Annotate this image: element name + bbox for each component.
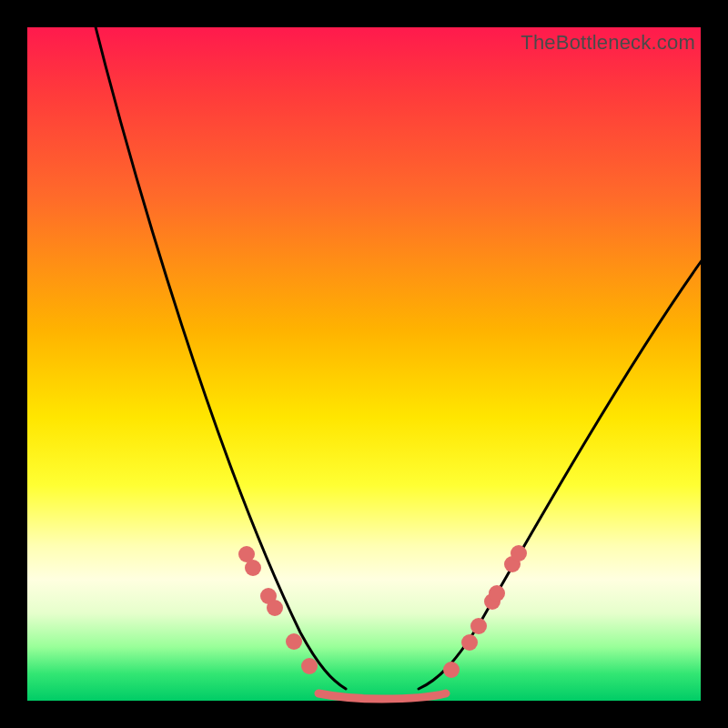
marker-dot (470, 618, 487, 634)
bottom-flat (318, 693, 446, 699)
marker-dot (301, 658, 318, 674)
chart-frame: TheBottleneck.com (0, 0, 728, 728)
left-curve (91, 9, 346, 689)
marker-dot (489, 585, 505, 602)
marker-dot (511, 545, 527, 561)
marker-dot (245, 560, 261, 576)
marker-dot (443, 662, 460, 678)
chart-svg (27, 27, 701, 701)
plot-area: TheBottleneck.com (27, 27, 701, 701)
marker-dot (267, 600, 283, 616)
marker-dot (286, 633, 302, 650)
right-curve (419, 259, 703, 689)
marker-group (238, 545, 527, 678)
marker-dot (461, 634, 478, 651)
